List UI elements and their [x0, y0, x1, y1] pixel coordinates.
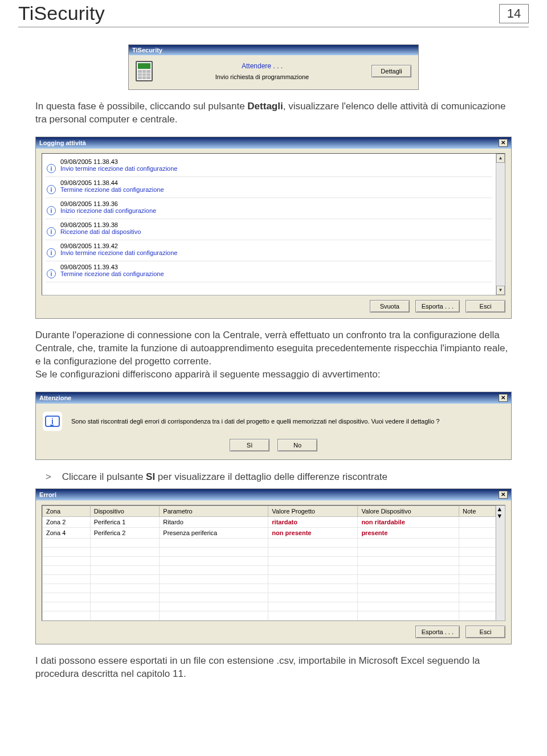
- scroll-up-icon[interactable]: ▲: [496, 154, 505, 163]
- info-bubble-icon: i: [43, 412, 62, 431]
- exit-button[interactable]: Esci: [466, 626, 505, 638]
- info-icon: i: [47, 206, 56, 215]
- info-icon: i: [47, 164, 56, 173]
- attention-title: Attenzione: [39, 395, 71, 401]
- table-row: [43, 574, 496, 584]
- table-row: [43, 538, 496, 547]
- col-note[interactable]: Note: [459, 506, 496, 516]
- col-parametro[interactable]: Parametro: [160, 506, 268, 516]
- table-row[interactable]: Zona 4 Periferica 2 Presenza periferica …: [43, 527, 496, 538]
- page-title: TiSecurity: [18, 2, 105, 24]
- exit-button[interactable]: Esci: [466, 300, 505, 313]
- table-row[interactable]: Zona 2 Periferica 1 Ritardo ritardato no…: [43, 516, 496, 527]
- attention-message: Sono stati riscontrati degli errori di c…: [71, 418, 504, 425]
- table-row: [43, 584, 496, 593]
- scrollbar[interactable]: ▲ ▼: [496, 154, 505, 295]
- header-divider: [18, 27, 529, 27]
- logging-title: Logging attività: [39, 139, 86, 146]
- wait-label: Attendere . . .: [242, 62, 283, 70]
- table-row: [43, 593, 496, 602]
- yes-button[interactable]: Sì: [230, 439, 270, 451]
- paragraph-3: I dati possono essere esportati in un fi…: [35, 655, 512, 681]
- logging-panel: Logging attività ✕ i 09/08/2005 11.38.43…: [35, 137, 512, 319]
- info-icon: i: [47, 227, 56, 236]
- empty-button[interactable]: Svuota: [370, 300, 410, 313]
- log-entry: i 09/08/2005 11.39.36Inizio ricezione da…: [46, 198, 492, 219]
- page-number: 14: [499, 4, 529, 23]
- log-entry: i 09/08/2005 11.39.43Termine ricezione d…: [46, 261, 492, 282]
- wait-dialog-title: TiSecurity: [132, 47, 162, 54]
- col-valore-dispositivo[interactable]: Valore Dispositivo: [358, 506, 459, 516]
- chevron-right-icon: >: [46, 471, 51, 482]
- scroll-down-icon[interactable]: ▼: [496, 512, 505, 519]
- close-icon[interactable]: ✕: [499, 491, 508, 499]
- info-icon: i: [47, 185, 56, 194]
- info-icon: i: [47, 248, 56, 257]
- scroll-up-icon[interactable]: ▲: [496, 506, 505, 512]
- errors-panel: Errori ✕ Zona Dispositivo Parametro Valo…: [35, 488, 512, 644]
- scroll-down-icon[interactable]: ▼: [496, 286, 505, 295]
- log-entry: i 09/08/2005 11.39.38Ricezione dati dal …: [46, 219, 492, 240]
- paragraph-1: In questa fase è possibile, cliccando su…: [35, 100, 512, 126]
- wait-dialog: TiSecurity Attendere . . . Invio richies…: [128, 44, 419, 90]
- errors-title: Errori: [39, 491, 56, 498]
- scrollbar[interactable]: ▲ ▼: [496, 506, 505, 621]
- table-row: [43, 556, 496, 565]
- col-dispositivo[interactable]: Dispositivo: [90, 506, 160, 516]
- device-icon: [136, 61, 153, 81]
- export-button[interactable]: Esporta . . .: [415, 300, 460, 313]
- table-row: [43, 565, 496, 574]
- export-button[interactable]: Esporta . . .: [415, 626, 460, 638]
- wait-subtitle: Invio richiesta di programmazione: [215, 73, 309, 80]
- col-zona[interactable]: Zona: [43, 506, 91, 516]
- log-entry: i 09/08/2005 11.38.43Invio termine ricez…: [46, 156, 492, 177]
- paragraph-2: Durante l'operazione di connessione con …: [35, 329, 512, 381]
- attention-dialog: Attenzione ✕ i Sono stati riscontrati de…: [35, 392, 512, 460]
- info-icon: i: [47, 269, 56, 278]
- no-button[interactable]: No: [277, 439, 317, 451]
- step-instruction: > Cliccare il pulsante SI per visualizza…: [46, 471, 512, 483]
- close-icon[interactable]: ✕: [499, 139, 508, 147]
- errors-table: Zona Dispositivo Parametro Valore Proget…: [42, 506, 496, 621]
- log-entry: i 09/08/2005 11.38.44Termine ricezione d…: [46, 177, 492, 198]
- details-button[interactable]: Dettagli: [372, 65, 411, 77]
- table-row: [43, 611, 496, 620]
- table-row: [43, 547, 496, 556]
- log-list: i 09/08/2005 11.38.43Invio termine ricez…: [42, 154, 496, 295]
- log-entry: i 09/08/2005 11.39.42Invio termine ricez…: [46, 240, 492, 261]
- table-row: [43, 602, 496, 611]
- col-valore-progetto[interactable]: Valore Progetto: [268, 506, 358, 516]
- close-icon[interactable]: ✕: [499, 394, 508, 402]
